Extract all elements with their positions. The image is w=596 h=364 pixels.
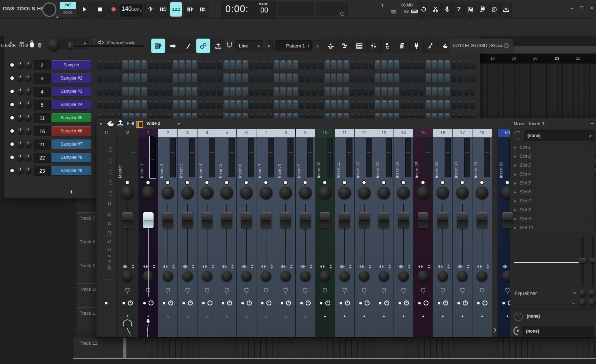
step-cell[interactable] (457, 87, 462, 96)
mixer-track-name[interactable]: Insert 11 (336, 162, 340, 178)
latency-clock-icon[interactable] (365, 300, 370, 305)
step-cell[interactable] (274, 74, 279, 82)
route-triangle-icon[interactable]: △ (304, 314, 307, 318)
plunger-icon[interactable] (117, 120, 124, 127)
step-cell[interactable] (350, 74, 355, 82)
step-cell[interactable] (129, 74, 134, 82)
step-cell[interactable] (470, 74, 475, 82)
slot-mix-knob[interactable] (592, 144, 596, 151)
channel-number[interactable]: 16 (34, 126, 51, 136)
step-cell[interactable] (116, 87, 121, 96)
step-cell[interactable] (306, 74, 311, 82)
step-cell[interactable] (141, 87, 147, 96)
step-cell[interactable] (167, 100, 172, 109)
channel-volume-knob[interactable] (25, 167, 31, 174)
stereo-separation-knob[interactable] (358, 186, 371, 199)
pan-knob[interactable] (339, 271, 350, 282)
channel-pan-knob[interactable] (17, 154, 24, 161)
step-cell[interactable] (217, 87, 222, 96)
step-cell[interactable] (457, 100, 462, 109)
volume-fader[interactable] (276, 201, 295, 264)
channel-pan-knob[interactable] (17, 167, 24, 174)
fader-handle[interactable] (359, 212, 370, 228)
step-cell[interactable] (325, 74, 330, 82)
mixer-track-name[interactable]: Insert 5 (218, 163, 222, 178)
fader-handle[interactable] (320, 212, 330, 228)
step-cell[interactable] (318, 60, 324, 69)
step-cell[interactable] (375, 100, 380, 109)
channel-name-button[interactable]: Sampler #9 (51, 166, 91, 175)
effect-slot[interactable]: ▶ Slot 1 (510, 143, 596, 152)
channel-number[interactable]: 11 (34, 113, 51, 123)
effect-slot[interactable]: ▶ Slot 8 (510, 206, 596, 214)
step-cell[interactable] (230, 74, 235, 82)
step-cell[interactable] (116, 60, 121, 69)
help-button[interactable]: ? (453, 2, 465, 17)
step-cell[interactable] (186, 60, 191, 69)
track-routing-area[interactable]: △ (197, 307, 217, 337)
record-arm-dot[interactable] (502, 302, 505, 304)
eq-band-knob[interactable] (589, 299, 595, 306)
mixer-track-strip[interactable]: 7 Insert 7 △ (256, 129, 276, 337)
stereo-link-icon[interactable] (126, 121, 134, 126)
minimize-button[interactable]: – (568, 4, 576, 11)
step-cell[interactable] (293, 74, 298, 82)
step-cell[interactable] (141, 74, 147, 82)
channel-enable-led[interactable] (10, 90, 14, 93)
mixer-track-name[interactable]: Insert 16 (434, 161, 439, 178)
step-cell[interactable] (217, 74, 222, 82)
route-triangle-icon[interactable]: ▲ (323, 314, 327, 318)
track-select-led[interactable] (126, 181, 129, 184)
channel-volume-knob[interactable] (25, 75, 31, 81)
save-new-version-button[interactable] (477, 2, 488, 17)
track-routing-area[interactable]: ▲ (453, 307, 472, 337)
latency-clock-icon[interactable] (424, 300, 429, 305)
stereo-separation-knob[interactable] (220, 186, 233, 199)
snap-selector[interactable]: Line▶ (235, 40, 263, 51)
pan-knob[interactable] (457, 271, 468, 282)
step-cell[interactable] (97, 87, 102, 96)
step-cell[interactable] (192, 60, 197, 69)
channel-volume-knob[interactable] (25, 115, 31, 121)
volume-fader[interactable] (335, 201, 354, 264)
slot-arrow-icon[interactable]: ▶ (514, 208, 516, 212)
track-select-led[interactable] (461, 181, 464, 184)
fader-handle[interactable] (437, 212, 448, 228)
track-routing-area[interactable]: ▲ (139, 307, 158, 337)
slot-mix-knob[interactable] (592, 171, 596, 178)
channel-number[interactable]: 23 (34, 166, 51, 176)
master-pitch-knob[interactable] (48, 39, 60, 51)
step-cell[interactable] (293, 60, 298, 69)
pan-knob[interactable] (202, 271, 212, 282)
step-cell[interactable] (261, 100, 267, 109)
step-cell[interactable] (242, 100, 248, 109)
step-cell[interactable] (445, 60, 450, 69)
channel-name-button[interactable]: Sampler #2 (51, 74, 91, 83)
step-cell[interactable] (400, 100, 406, 109)
route-triangle-icon[interactable]: ▲ (441, 314, 445, 318)
track-label[interactable]: Track 9 (80, 263, 95, 268)
mixer-track-number[interactable]: 5 (217, 129, 236, 137)
step-cell[interactable] (413, 60, 418, 69)
mixer-track-name[interactable]: Insert 6 (238, 163, 242, 178)
volume-fader[interactable] (453, 201, 472, 264)
channel-rack-button[interactable] (352, 39, 366, 53)
audio-input-icon[interactable] (440, 287, 446, 294)
audio-input-icon[interactable] (460, 287, 465, 294)
step-cell[interactable] (261, 87, 267, 96)
step-cell[interactable] (344, 100, 349, 109)
mixer-track-strip[interactable]: 1 Insert 1 ▲ (138, 129, 158, 337)
step-cell[interactable] (255, 100, 260, 109)
record-audio-button[interactable] (441, 2, 453, 17)
pattern-selector[interactable]: Pattern 1 ▲▼ (275, 40, 312, 51)
step-cell[interactable] (312, 87, 317, 96)
step-cell[interactable] (299, 87, 305, 96)
channel-pan-knob[interactable] (17, 88, 24, 95)
pan-knob[interactable] (418, 271, 429, 282)
step-cell[interactable] (186, 87, 191, 96)
eq-freq-knob[interactable] (579, 290, 586, 297)
stereo-separation-knob[interactable] (181, 186, 194, 199)
step-cell[interactable] (211, 87, 216, 96)
step-cell[interactable] (306, 87, 311, 96)
latency-clock-icon[interactable] (345, 300, 350, 305)
